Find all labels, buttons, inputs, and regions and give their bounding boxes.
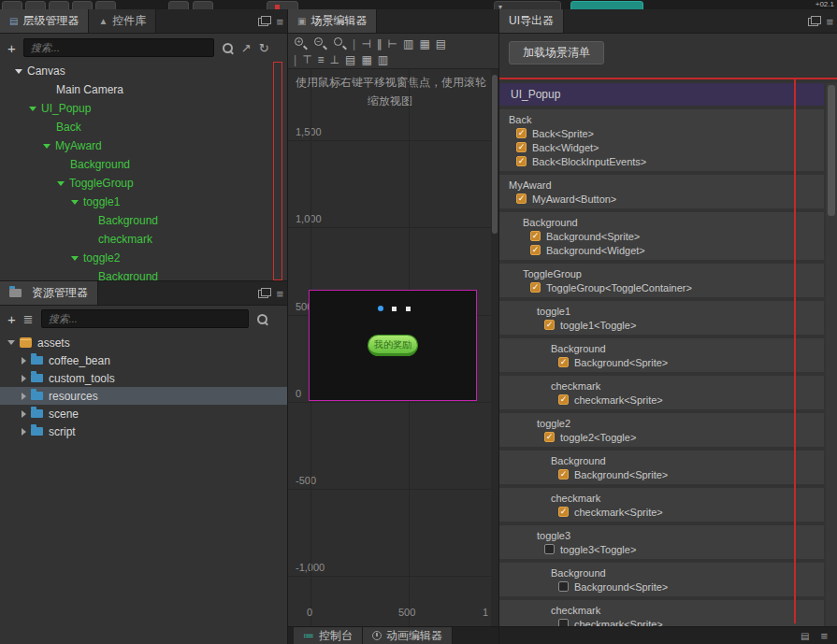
distribute-right-icon[interactable]: ▤ — [436, 38, 446, 50]
asset-node-resources[interactable]: resources — [0, 387, 287, 405]
load-scene-manifest-button[interactable]: 加载场景清单 — [509, 41, 604, 64]
export-checkbox[interactable]: ✓ — [516, 156, 527, 166]
my-award-button[interactable]: 我的奖励 — [368, 335, 418, 356]
exporter-scrollbar[interactable] — [826, 83, 837, 626]
footer-list-icon[interactable]: ▤ — [801, 631, 809, 641]
align-top-icon[interactable]: ⊤ — [302, 54, 311, 65]
tab-animation-editor[interactable]: 动画编辑器 — [363, 627, 453, 644]
top-tool-button-1[interactable] — [2, 1, 22, 9]
align-h-center-icon[interactable]: ∥ — [377, 38, 382, 50]
hierarchy-node-myaward[interactable]: MyAward — [0, 136, 287, 155]
asset-node-custom_tools[interactable]: custom_tools — [0, 369, 287, 387]
top-tool-button-7[interactable] — [193, 1, 213, 9]
asset-node-script[interactable]: script — [0, 422, 287, 440]
toggle1-check-dot[interactable] — [378, 306, 383, 311]
top-tool-button-3[interactable] — [49, 1, 69, 9]
hierarchy-node-togglegroup[interactable]: ToggleGroup — [0, 174, 287, 193]
footer-menu-icon[interactable]: ≡ — [820, 630, 828, 642]
expand-all-icon[interactable]: ↗ — [241, 42, 252, 54]
export-checkbox[interactable]: ✓ — [544, 432, 555, 442]
top-tool-button-record[interactable] — [267, 1, 298, 9]
export-checkbox[interactable]: ✓ — [544, 320, 555, 330]
expand-arrow-icon[interactable] — [15, 69, 22, 74]
align-left-icon[interactable]: ⊣ — [361, 38, 370, 50]
scrollbar-thumb[interactable] — [828, 85, 835, 216]
align-bottom-icon[interactable]: ⊥ — [330, 54, 339, 65]
distribute-v-center-icon[interactable]: ▦ — [361, 54, 371, 65]
expand-arrow-icon[interactable] — [71, 200, 79, 205]
hierarchy-node-toggle1[interactable]: toggle1 — [0, 193, 287, 211]
export-checkbox[interactable]: ✓ — [558, 507, 569, 517]
distribute-top-icon[interactable]: ▤ — [345, 54, 355, 65]
toggle2-box[interactable] — [392, 307, 397, 311]
expand-arrow-icon[interactable] — [22, 428, 26, 436]
expand-arrow-icon[interactable] — [22, 410, 26, 418]
hierarchy-node-background[interactable]: Background — [0, 155, 287, 174]
expand-arrow-icon[interactable] — [57, 181, 65, 186]
top-tool-button-4[interactable] — [72, 1, 93, 9]
float-panel-icon[interactable] — [258, 290, 268, 298]
hierarchy-search-input[interactable] — [23, 38, 214, 57]
exporter-root-header[interactable]: UI_Popup — [499, 83, 824, 106]
scrollbar-thumb[interactable] — [492, 75, 498, 234]
hierarchy-node-canvas[interactable]: Canvas — [0, 62, 287, 80]
hierarchy-node-ui_popup[interactable]: UI_Popup — [0, 99, 287, 118]
refresh-icon[interactable]: ↻ — [259, 42, 269, 54]
toggle3-box[interactable] — [406, 307, 411, 311]
scene-viewport[interactable]: 使用鼠标右键平移视窗焦点，使用滚轮 缩放视图 1,5001,0005000-50… — [288, 69, 492, 626]
distribute-left-icon[interactable]: ▥ — [403, 38, 413, 50]
align-v-center-icon[interactable]: ≡ — [318, 54, 325, 65]
tab-assets[interactable]: 资源管理器 — [0, 281, 98, 305]
tab-widget-library[interactable]: ▲ 控件库 — [89, 9, 156, 33]
top-tool-button-2[interactable] — [25, 1, 46, 9]
top-dropdown[interactable]: ▾ — [494, 1, 561, 9]
add-node-icon[interactable]: + — [7, 41, 16, 55]
export-checkbox[interactable]: ✓ — [516, 128, 527, 138]
expand-arrow-icon[interactable] — [29, 107, 36, 111]
hierarchy-node-background[interactable]: Background — [0, 267, 287, 280]
float-panel-icon[interactable] — [808, 18, 818, 26]
distribute-bottom-icon[interactable]: ▥ — [378, 54, 388, 65]
expand-arrow-icon[interactable] — [22, 375, 26, 382]
zoom-fit-icon[interactable] — [333, 36, 347, 50]
export-checkbox[interactable]: ✓ — [530, 231, 541, 241]
panel-menu-icon[interactable]: ≡ — [276, 288, 283, 300]
add-asset-icon[interactable]: + — [7, 312, 16, 326]
export-checkbox[interactable] — [558, 581, 569, 592]
assets-search-input[interactable] — [41, 309, 249, 328]
top-tool-button-6[interactable] — [168, 1, 189, 9]
tab-ui-exporter[interactable]: UI导出器 — [499, 9, 564, 33]
hierarchy-node-background[interactable]: Background — [0, 211, 287, 230]
distribute-h-center-icon[interactable]: ▦ — [419, 38, 429, 50]
export-checkbox[interactable]: ✓ — [530, 282, 541, 293]
tab-scene-editor[interactable]: ▣ 场景编辑器 — [288, 9, 377, 33]
export-checkbox[interactable] — [544, 544, 555, 554]
expand-arrow-icon[interactable] — [7, 340, 15, 345]
design-resolution-frame[interactable]: 我的奖励 — [309, 290, 477, 401]
sort-icon[interactable]: ≣ — [23, 313, 34, 325]
search-icon[interactable] — [222, 42, 234, 54]
export-checkbox[interactable]: ✓ — [558, 394, 569, 405]
hierarchy-scrollbar-highlight[interactable] — [273, 62, 282, 280]
zoom-in-icon[interactable]: + — [294, 36, 308, 50]
export-checkbox[interactable]: ✓ — [530, 245, 541, 255]
export-checkbox[interactable]: ✓ — [558, 469, 569, 479]
hierarchy-node-toggle2[interactable]: toggle2 — [0, 249, 287, 267]
export-checkbox[interactable]: ✓ — [558, 357, 569, 367]
tab-console[interactable]: ≔ 控制台 — [294, 627, 363, 644]
align-right-icon[interactable]: ⊢ — [388, 38, 397, 50]
preview-button[interactable] — [570, 1, 643, 9]
float-panel-icon[interactable] — [258, 18, 268, 26]
expand-arrow-icon[interactable] — [22, 357, 26, 365]
expand-arrow-icon[interactable] — [71, 256, 79, 261]
asset-node-assets[interactable]: assets — [0, 334, 287, 351]
scene-vertical-scrollbar[interactable] — [491, 69, 498, 626]
expand-arrow-icon[interactable] — [43, 144, 51, 149]
hierarchy-node-back[interactable]: Back — [0, 118, 287, 136]
search-icon[interactable] — [256, 313, 268, 325]
expand-arrow-icon[interactable] — [22, 393, 26, 400]
hierarchy-node-checkmark[interactable]: checkmark — [0, 230, 287, 249]
asset-node-coffee_bean[interactable]: coffee_bean — [0, 351, 287, 369]
panel-menu-icon[interactable]: ≡ — [826, 16, 833, 28]
tab-hierarchy[interactable]: ▤ 层级管理器 — [0, 9, 89, 33]
